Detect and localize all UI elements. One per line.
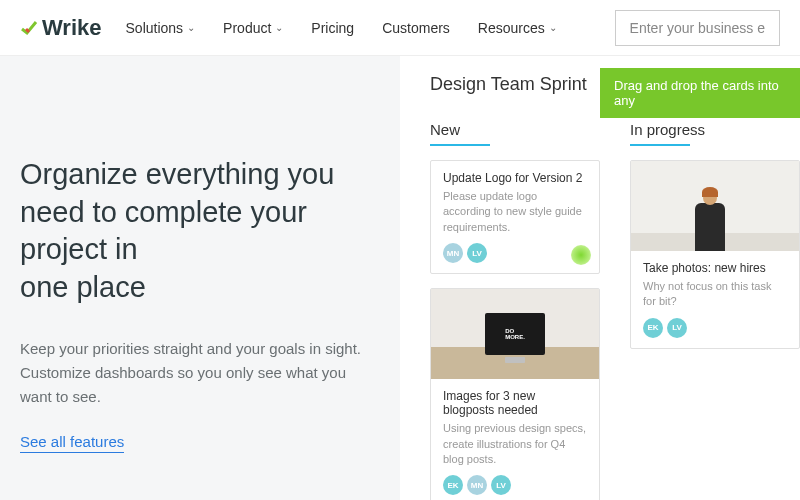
main-nav: Solutions⌄ Product⌄ Pricing Customers Re… [126,20,615,36]
avatar[interactable]: MN [467,475,487,495]
board-columns: New Update Logo for Version 2 Please upd… [430,121,800,500]
nav-solutions[interactable]: Solutions⌄ [126,20,196,36]
task-card[interactable]: Take photos: new hires Why not focus on … [630,160,800,349]
card-avatars: MN LV [443,243,587,263]
nav-resources[interactable]: Resources⌄ [478,20,557,36]
chevron-down-icon: ⌄ [187,22,195,33]
avatar[interactable]: LV [667,318,687,338]
see-all-features-link[interactable]: See all features [20,433,124,453]
card-description: Please update logo according to new styl… [443,189,587,235]
column-title: In progress [630,121,800,138]
card-title: Update Logo for Version 2 [443,171,587,185]
card-image [631,161,799,251]
search-input[interactable]: Enter your business e [615,10,780,46]
hero-headline: Organize everything you need to complete… [20,156,380,307]
hero-panel: Organize everything you need to complete… [0,56,400,500]
logo-text: Wrike [42,15,102,41]
pulse-indicator-icon [571,245,591,265]
task-card[interactable]: Update Logo for Version 2 Please update … [430,160,600,274]
avatar[interactable]: EK [643,318,663,338]
nav-product[interactable]: Product⌄ [223,20,283,36]
logo-icon [20,19,38,37]
column-new: New Update Logo for Version 2 Please upd… [430,121,600,500]
card-avatars: EK LV [643,318,787,338]
card-title: Take photos: new hires [643,261,787,275]
avatar[interactable]: LV [491,475,511,495]
card-description: Why not focus on this task for bit? [643,279,787,310]
card-title: Images for 3 new blogposts needed [443,389,587,417]
chevron-down-icon: ⌄ [275,22,283,33]
card-image: DOMORE. [431,289,599,379]
column-underline [630,144,690,146]
board-panel: Design Team Sprint Drag and drop the car… [400,56,800,500]
main-header: Wrike Solutions⌄ Product⌄ Pricing Custom… [0,0,800,56]
avatar[interactable]: MN [443,243,463,263]
nav-pricing[interactable]: Pricing [311,20,354,36]
task-card[interactable]: DOMORE. Images for 3 new blogposts neede… [430,288,600,500]
column-in-progress: In progress Take photos: new hires Why n… [630,121,800,500]
column-underline [430,144,490,146]
column-title: New [430,121,600,138]
nav-customers[interactable]: Customers [382,20,450,36]
hero-subtext: Keep your priorities straight and your g… [20,337,370,409]
chevron-down-icon: ⌄ [549,22,557,33]
card-description: Using previous design specs, create illu… [443,421,587,467]
avatar[interactable]: EK [443,475,463,495]
drag-drop-banner: Drag and drop the cards into any [600,68,800,118]
logo[interactable]: Wrike [20,15,102,41]
main-content: Organize everything you need to complete… [0,56,800,500]
card-avatars: EK MN LV [443,475,587,495]
avatar[interactable]: LV [467,243,487,263]
